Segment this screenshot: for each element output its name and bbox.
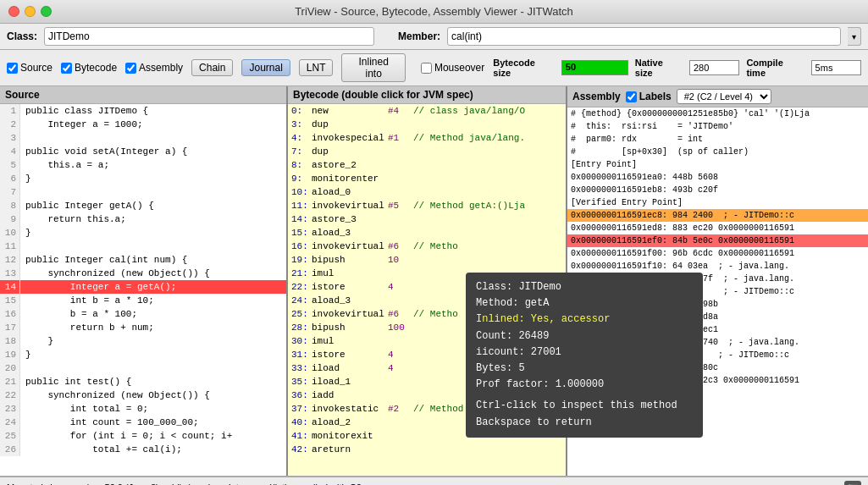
source-checkbox-label[interactable]: Source — [7, 62, 53, 74]
table-row: 12public Integer cal(int num) { — [0, 253, 286, 267]
lnt-button[interactable]: LNT — [299, 59, 334, 76]
table-row: 8:astore_2 — [288, 158, 566, 172]
assembly-header-label: Assembly — [572, 91, 621, 102]
table-row: 22 synchronized (new Object()) { — [0, 389, 286, 402]
bytecode-size-bar: 50 — [561, 60, 628, 75]
table-row: 3 — [0, 131, 286, 145]
list-item: # [sp+0x30] (sp of caller) — [567, 146, 868, 158]
status-text: Mounted class version: 52.0 (Java 8) pub… — [7, 482, 362, 486]
list-item: # this: rsi:rsi = 'JITDemo' — [567, 120, 868, 133]
table-row: 19:bipush10 — [288, 253, 566, 267]
list-item: # parm0: rdx = int — [567, 133, 868, 146]
minimize-button[interactable] — [25, 6, 36, 17]
tooltip-back: Backspace to return — [476, 415, 693, 431]
list-item: 0x0000000116591eb8: 493b c20f — [567, 184, 868, 196]
list-item: 0x0000000116591ec8: 984 2400 ; - JITDemo… — [567, 209, 868, 222]
table-row: 16:invokevirtual#6// Metho — [288, 240, 566, 253]
bytecode-size-value: 50 — [566, 62, 576, 72]
tooltip-ctrl: Ctrl-click to inspect this method — [476, 398, 693, 414]
table-row: 15 int b = a * 10; — [0, 294, 286, 307]
table-row: 6} — [0, 172, 286, 185]
native-size-value: 280 — [689, 60, 739, 75]
compile-time-value: 5ms — [811, 60, 861, 75]
tooltip-method: Method: getA — [476, 295, 693, 311]
table-row: 24 int count = 100_000_00; — [0, 416, 286, 429]
table-row: 23 int total = 0; — [0, 402, 286, 416]
assembly-header: Assembly Labels #2 (C2 / Level 4) — [567, 86, 868, 107]
table-row: 15:aload_3 — [288, 226, 566, 240]
table-row: 7:dup — [288, 145, 566, 158]
assembly-level-dropdown[interactable]: #2 (C2 / Level 4) — [677, 89, 771, 104]
source-content[interactable]: 1public class JITDemo {2 Integer a = 100… — [0, 104, 286, 476]
class-label: Class: — [7, 30, 37, 42]
source-label: Source — [20, 62, 53, 74]
tooltip-inlined: Inlined: Yes, accessor — [476, 311, 693, 328]
assembly-checkbox-label[interactable]: Assembly — [125, 62, 183, 74]
window-controls — [8, 6, 52, 17]
table-row: 19} — [0, 348, 286, 361]
stats-group: Bytecode size 50 Native size 280 Compile… — [493, 58, 861, 78]
table-row: 42:areturn — [288, 443, 566, 456]
table-row: 16 b = a * 100; — [0, 307, 286, 321]
toolbar-class: Class: Member: ▾ — [0, 24, 868, 50]
table-row: 11 — [0, 240, 286, 253]
labels-checkbox[interactable] — [626, 91, 637, 102]
list-item: 0x0000000116591ea0: 448b 5608 — [567, 171, 868, 184]
list-item: 0x0000000116591ed8: 883 ec20 0x000000011… — [567, 222, 868, 234]
table-row: 8public Integer getA() { — [0, 199, 286, 212]
table-row: 17 return b + num; — [0, 321, 286, 334]
tooltip-popup: Class: JITDemo Method: getA Inlined: Yes… — [466, 273, 703, 438]
journal-button[interactable]: Journal — [241, 59, 290, 76]
labels-label: Labels — [639, 91, 672, 102]
bytecode-checkbox-label[interactable]: Bytecode — [61, 62, 117, 74]
table-row: 18 } — [0, 334, 286, 348]
mouseover-checkbox[interactable] — [421, 63, 432, 74]
maximize-button[interactable] — [41, 6, 52, 17]
inlined-into-button[interactable]: Inlined into — [341, 53, 405, 82]
table-row: 26 total += cal(i); — [0, 443, 286, 456]
list-item: 0x0000000116591f10: 64 03ea ; - java.lan… — [567, 260, 868, 273]
table-row: 25 for (int i = 0; i < count; i+ — [0, 429, 286, 443]
table-row: 14 Integer a = getA(); — [0, 280, 286, 294]
table-row: 3:dup — [288, 118, 566, 131]
table-row: 9 return this.a; — [0, 212, 286, 226]
member-input[interactable] — [447, 27, 841, 46]
table-row: 10} — [0, 226, 286, 240]
list-item: # {method} {0x0000000001251e85b0} 'cal' … — [567, 107, 868, 120]
tooltip-bytes: Bytes: 5 — [476, 361, 693, 377]
table-row: 20 — [0, 361, 286, 375]
assembly-checkbox[interactable] — [125, 63, 136, 74]
table-row: 9:monitorenter — [288, 172, 566, 185]
member-label: Member: — [398, 30, 440, 42]
title-bar: TriView - Source, Bytecode, Assembly Vie… — [0, 0, 868, 24]
bytecode-checkbox[interactable] — [61, 63, 72, 74]
table-row: 21public int test() { — [0, 375, 286, 389]
tooltip-iicount: iicount: 27001 — [476, 344, 693, 361]
bytecode-size-label: Bytecode size — [493, 58, 554, 78]
close-button[interactable] — [8, 6, 19, 17]
bytecode-label: Bytecode — [75, 62, 117, 74]
mouseover-label: Mouseover — [434, 62, 484, 74]
camera-icon[interactable]: 📷 — [844, 481, 861, 486]
table-row: 13 synchronized (new Object()) { — [0, 267, 286, 280]
toolbar-checkboxes: Source Bytecode Assembly Chain Journal L… — [0, 50, 868, 86]
window-title: TriView - Source, Bytecode, Assembly Vie… — [295, 5, 573, 18]
table-row: 11:invokevirtual#5// Method getA:()Lja — [288, 199, 566, 212]
list-item: 0x0000000116591f00: 96b 6cdc 0x000000011… — [567, 247, 868, 260]
tooltip-count: Count: 26489 — [476, 328, 693, 344]
class-input[interactable] — [44, 27, 374, 46]
table-row: 2 Integer a = 1000; — [0, 118, 286, 131]
table-row: 4public void setA(Integer a) { — [0, 145, 286, 158]
member-dropdown-button[interactable]: ▾ — [848, 27, 861, 46]
assembly-label: Assembly — [139, 62, 183, 74]
status-bar: Mounted class version: 52.0 (Java 8) pub… — [0, 477, 868, 485]
tooltip-class: Class: JITDemo — [476, 279, 693, 295]
source-checkbox[interactable] — [7, 63, 18, 74]
native-size-label: Native size — [635, 58, 683, 78]
source-header: Source — [0, 86, 286, 104]
chain-button[interactable]: Chain — [191, 59, 233, 76]
labels-checkbox-label[interactable]: Labels — [626, 91, 672, 102]
tooltip-prof: Prof factor: 1.000000 — [476, 377, 693, 393]
compile-time-label: Compile time — [746, 58, 804, 78]
mouseover-checkbox-label[interactable]: Mouseover — [421, 62, 484, 74]
